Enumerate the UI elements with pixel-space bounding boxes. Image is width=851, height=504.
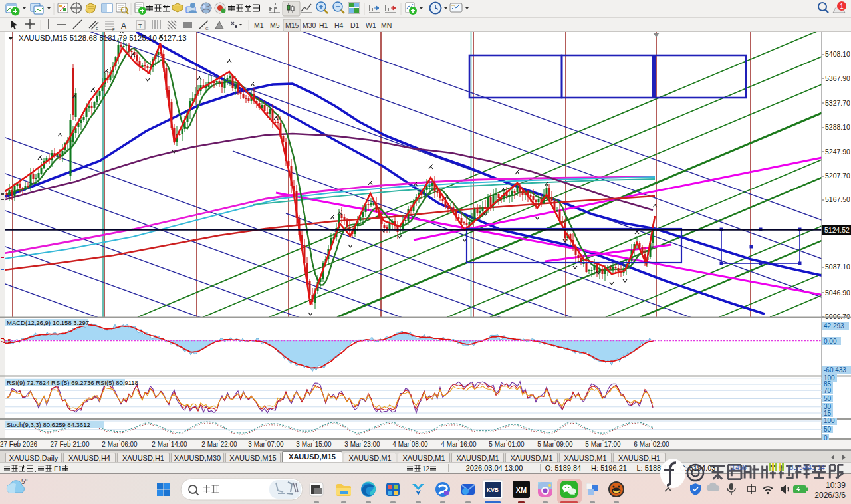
svg-text:3 Mar 07:00: 3 Mar 07:00 [248,441,284,448]
svg-text:27 Feb 21:00: 27 Feb 21:00 [51,441,90,448]
svg-text:2 Mar 06:00: 2 Mar 06:00 [102,441,138,448]
svg-text:5408.10: 5408.10 [825,50,850,58]
svg-text:MN: MN [381,21,392,29]
svg-text:5367.90: 5367.90 [825,74,850,82]
svg-text:2 Mar 14:00: 2 Mar 14:00 [152,441,187,448]
svg-text:3 Mar 23:00: 3 Mar 23:00 [344,441,380,448]
svg-text:2026/3/6: 2026/3/6 [814,491,846,500]
svg-text:27 Feb 2026: 27 Feb 2026 [0,441,38,448]
svg-text:XM: XM [516,486,527,494]
svg-text:M30: M30 [303,21,316,29]
svg-text:5°: 5° [21,478,28,485]
svg-text:H4: H4 [334,21,344,29]
svg-text:W1: W1 [366,21,376,29]
svg-text:5 Mar 17:00: 5 Mar 17:00 [585,441,621,448]
svg-text:RSI(9) 72.7824 RSI(5) 69.2736: RSI(9) 72.7824 RSI(5) 69.2736 RSI(5) 80.… [7,379,138,386]
svg-text:T: T [138,23,142,29]
svg-text:5006.70: 5006.70 [825,313,850,320]
svg-text:12: 12 [422,465,430,473]
svg-text:5167.50: 5167.50 [825,195,850,203]
svg-text:A: A [121,21,126,31]
svg-text:15: 15 [824,410,832,417]
svg-text:4 Mar 16:00: 4 Mar 16:00 [441,441,477,448]
svg-text:G: G [205,27,209,31]
svg-text:D1: D1 [350,21,360,29]
svg-text:42.293: 42.293 [824,322,844,330]
svg-text:5247.90: 5247.90 [825,148,850,156]
svg-text:100: 100 [824,417,835,424]
svg-text:1: 1 [840,3,844,10]
svg-text:F1: F1 [54,465,62,473]
svg-text:E: E [96,27,98,31]
svg-text:0.00: 0.00 [824,338,837,345]
svg-text:5124.52: 5124.52 [824,226,850,234]
svg-text:Stoch(9,3,3) 80.6259 84.3612: Stoch(9,3,3) 80.6259 84.3612 [7,421,90,428]
svg-text:3 Mar 15:00: 3 Mar 15:00 [296,441,332,448]
svg-text:M1: M1 [254,21,264,29]
svg-text:5327.70: 5327.70 [825,99,850,107]
svg-text:4 Mar 08:00: 4 Mar 08:00 [392,441,428,448]
svg-text:50: 50 [824,426,832,433]
svg-text:70: 70 [824,387,832,394]
svg-text:5046.90: 5046.90 [825,289,850,297]
svg-text:5288.10: 5288.10 [825,123,850,131]
svg-text:5087.10: 5087.10 [825,263,850,271]
svg-text:KVB: KVB [487,487,499,493]
svg-text:5207.70: 5207.70 [825,172,850,180]
svg-text:5 Mar 01:00: 5 Mar 01:00 [489,441,525,448]
svg-text:M15: M15 [285,21,299,29]
svg-text:MACD(12,26,9) 10.158 3.297: MACD(12,26,9) 10.158 3.297 [7,319,89,326]
svg-text:-1.5: -1.5 [1,338,11,344]
svg-text:5 Mar 09:00: 5 Mar 09:00 [537,441,573,448]
svg-text:10:39: 10:39 [826,481,846,490]
svg-text:M5: M5 [270,21,280,29]
svg-text:H1: H1 [319,21,328,29]
svg-text:50: 50 [824,395,832,402]
svg-text:2 Mar 22:00: 2 Mar 22:00 [201,441,237,448]
svg-text:6 Mar 02:00: 6 Mar 02:00 [634,441,669,448]
svg-text:-60.433: -60.433 [824,366,846,374]
svg-text:XAUUSD,M15 5128.68 5131.79 51: XAUUSD,M15 5128.68 5131.79 5125.10 5127.… [19,34,187,42]
svg-text:F: F [112,27,115,31]
